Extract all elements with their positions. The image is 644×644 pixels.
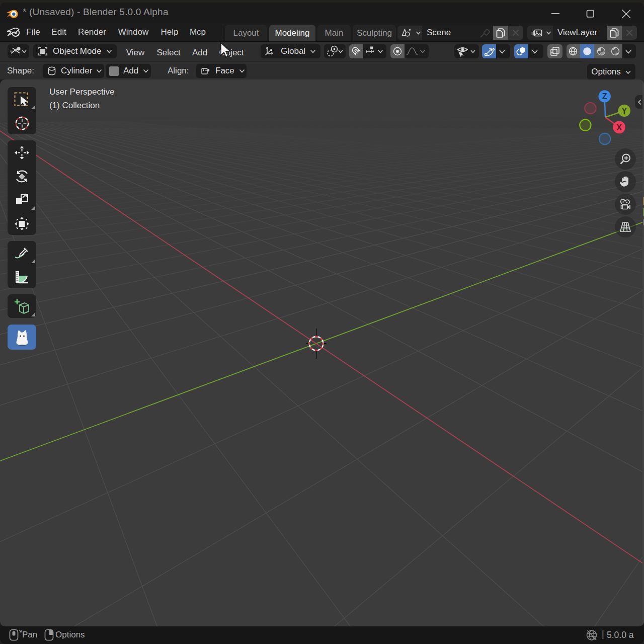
svg-text:X: X bbox=[616, 123, 622, 132]
svg-text:Y: Y bbox=[621, 107, 627, 115]
svg-text:Z: Z bbox=[602, 92, 607, 101]
